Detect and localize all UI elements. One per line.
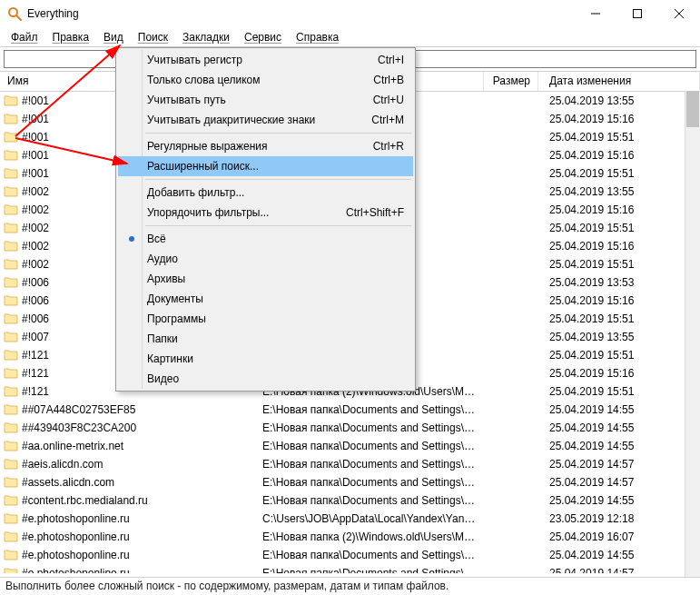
menu-item[interactable]: Добавить фильтр... xyxy=(118,183,413,203)
scrollbar-vertical[interactable] xyxy=(685,91,700,577)
row-date: 25.04.2019 15:51 xyxy=(538,167,700,180)
row-date: 25.04.2019 15:51 xyxy=(538,349,700,362)
row-date: 25.04.2019 15:51 xyxy=(538,385,700,398)
folder-icon xyxy=(4,275,18,290)
menu-item-shortcut: Ctrl+B xyxy=(366,74,404,86)
row-name: #e.photoshoponline.ru xyxy=(22,531,130,543)
row-name: #!121 xyxy=(22,385,49,398)
row-date: 25.04.2019 15:51 xyxy=(538,258,700,271)
folder-icon xyxy=(4,366,18,381)
menu-item[interactable]: Папки xyxy=(118,329,413,349)
col-size[interactable]: Размер xyxy=(484,72,538,91)
menu-item-label: Только слова целиком xyxy=(143,74,366,86)
row-path: E:\Новая папка\Documents and Settings\1\… xyxy=(259,421,484,434)
folder-icon xyxy=(4,203,18,217)
menu-item-label: Документы xyxy=(143,293,397,305)
dropdown-search-menu: Учитывать регистрCtrl+IТолько слова цели… xyxy=(115,47,416,392)
folder-icon xyxy=(4,330,18,344)
menu-separator xyxy=(145,225,411,226)
row-date: 25.04.2019 15:51 xyxy=(538,222,700,234)
folder-icon xyxy=(4,239,18,253)
menu-item[interactable]: Картинки xyxy=(118,349,413,369)
menu-item[interactable]: Видео xyxy=(118,369,413,389)
menu-item[interactable]: Учитывать путьCtrl+U xyxy=(118,90,413,110)
folder-icon xyxy=(4,566,18,573)
menu-item[interactable]: Учитывать регистрCtrl+I xyxy=(118,50,413,70)
row-name: #!001 xyxy=(22,167,49,180)
row-date: 25.04.2019 14:55 xyxy=(538,403,700,416)
menu-edit[interactable]: Правка xyxy=(45,29,97,45)
table-row[interactable]: #content.rbc.medialand.ruE:\Новая папка\… xyxy=(0,491,700,510)
menu-search[interactable]: Поиск xyxy=(131,29,175,45)
folder-icon xyxy=(4,493,18,508)
row-date: 25.04.2019 13:55 xyxy=(538,185,700,198)
row-date: 25.04.2019 15:16 xyxy=(538,294,700,307)
menu-item[interactable]: Аудио xyxy=(118,249,413,269)
row-date: 25.04.2019 15:16 xyxy=(538,240,700,253)
menu-item[interactable]: Архивы xyxy=(118,269,413,289)
menu-item-label: Архивы xyxy=(143,273,397,285)
folder-icon xyxy=(4,457,18,471)
table-row[interactable]: #e.photoshoponline.ruE:\Новая папка (2)\… xyxy=(0,528,700,546)
folder-icon xyxy=(4,257,18,272)
row-name: #!001 xyxy=(22,131,49,144)
col-date[interactable]: Дата изменения xyxy=(538,72,700,91)
row-date: 25.04.2019 15:51 xyxy=(538,312,700,325)
menu-help[interactable]: Справка xyxy=(289,29,346,45)
table-row[interactable]: #aa.online-metrix.netE:\Новая папка\Docu… xyxy=(0,437,700,455)
menu-item-label: Папки xyxy=(143,332,397,345)
row-name: #!001 xyxy=(22,94,49,107)
menu-file[interactable]: Файл xyxy=(4,29,45,45)
window-title: Everything xyxy=(27,7,79,20)
menu-item-label: Добавить фильтр... xyxy=(143,186,397,199)
menu-item[interactable]: Только слова целикомCtrl+B xyxy=(118,70,413,90)
menu-item[interactable]: Упорядочить фильтры...Ctrl+Shift+F xyxy=(118,203,413,223)
row-name: #!001 xyxy=(22,149,49,162)
close-button[interactable] xyxy=(658,0,700,27)
table-row[interactable]: #e.photoshoponline.ruC:\Users\JOB\AppDat… xyxy=(0,510,700,528)
row-name: #!002 xyxy=(22,203,49,216)
row-name: #aeis.alicdn.com xyxy=(22,458,103,471)
table-row[interactable]: #aeis.alicdn.comE:\Новая папка\Documents… xyxy=(0,455,700,473)
menu-item[interactable]: Регулярные выраженияCtrl+R xyxy=(118,136,413,156)
folder-icon xyxy=(4,475,18,490)
menu-item[interactable]: Документы xyxy=(118,289,413,309)
menu-tools[interactable]: Сервис xyxy=(237,29,289,45)
row-path: E:\Новая папка\Documents and Settings\1\… xyxy=(259,549,484,561)
folder-icon xyxy=(4,221,18,235)
folder-icon xyxy=(4,130,18,144)
menu-bookmarks[interactable]: Закладки xyxy=(175,29,237,45)
menu-item[interactable]: Всё xyxy=(118,229,413,249)
row-path: C:\Users\JOB\AppData\Local\Yandex\Yandex… xyxy=(259,512,484,525)
menu-item-label: Программы xyxy=(143,312,397,325)
folder-icon xyxy=(4,94,18,108)
menu-item-label: Расширенный поиск... xyxy=(143,160,397,173)
row-name: #aa.online-metrix.net xyxy=(22,440,123,452)
row-path: E:\Новая папка\Documents and Settings\1\… xyxy=(259,403,484,416)
table-row[interactable]: #e.photoshoponline.ruE:\Новая папка\Docu… xyxy=(0,564,700,573)
table-row[interactable]: #e.photoshoponline.ruE:\Новая папка\Docu… xyxy=(0,546,700,564)
svg-point-6 xyxy=(129,236,134,242)
menu-item-shortcut: Ctrl+M xyxy=(364,114,404,126)
menu-view[interactable]: Вид xyxy=(96,29,131,45)
row-date: 23.05.2019 12:18 xyxy=(538,512,700,525)
table-row[interactable]: ##07A448C02753EF85E:\Новая папка\Documen… xyxy=(0,401,700,419)
menu-item[interactable]: Программы xyxy=(118,309,413,329)
maximize-button[interactable] xyxy=(616,0,658,27)
row-name: #e.photoshoponline.ru xyxy=(22,549,130,561)
minimize-button[interactable] xyxy=(575,0,616,27)
row-path: E:\Новая папка\Documents and Settings\1\… xyxy=(259,567,484,573)
table-row[interactable]: ##439403F8C23CA200E:\Новая папка\Documen… xyxy=(0,419,700,437)
scrollbar-thumb[interactable] xyxy=(686,91,699,127)
row-date: 25.04.2019 15:16 xyxy=(538,113,700,125)
row-date: 25.04.2019 15:16 xyxy=(538,367,700,380)
row-name: #!002 xyxy=(22,258,49,271)
row-name: #content.rbc.medialand.ru xyxy=(22,494,148,507)
folder-icon xyxy=(4,511,18,526)
svg-line-1 xyxy=(16,15,21,20)
menu-item[interactable]: Расширенный поиск... xyxy=(118,156,413,176)
row-date: 25.04.2019 15:51 xyxy=(538,131,700,144)
table-row[interactable]: #assets.alicdn.comE:\Новая папка\Documen… xyxy=(0,473,700,491)
menu-item[interactable]: Учитывать диакритические знакиCtrl+M xyxy=(118,110,413,130)
menu-item-icon xyxy=(120,235,143,243)
